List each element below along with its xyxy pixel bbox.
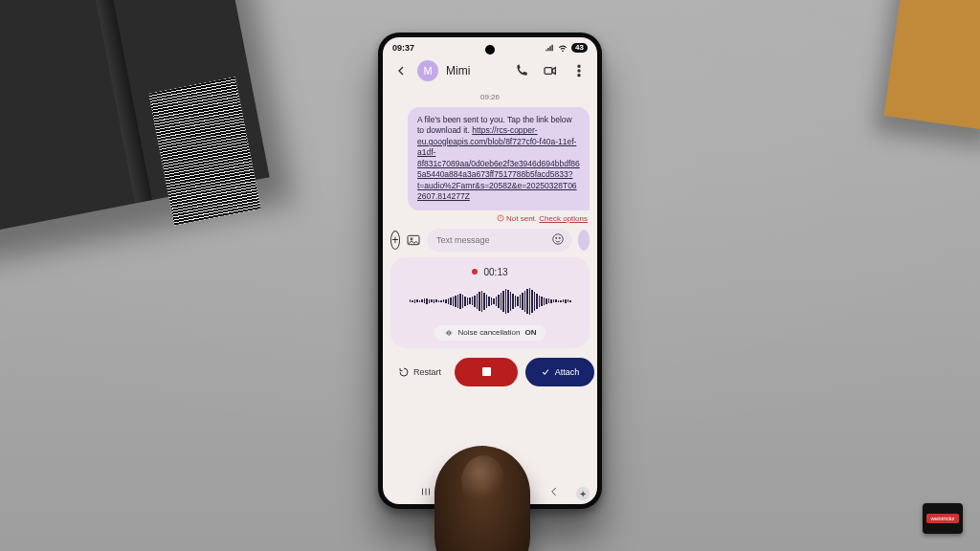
svg-point-8 — [556, 237, 557, 238]
restart-button[interactable]: Restart — [392, 361, 447, 384]
audio-waveform[interactable] — [396, 285, 584, 318]
phone-screen: 09:37 43 M Mimi — [383, 37, 597, 504]
video-watermark: webtrickz — [923, 503, 963, 534]
voice-record-button[interactable] — [578, 230, 590, 251]
recording-actions: Restart Attach — [383, 348, 597, 392]
back-nav-button[interactable] — [547, 485, 561, 500]
emoji-icon — [551, 232, 565, 246]
chevron-left-icon — [547, 485, 561, 498]
delivery-status[interactable]: Not sent. Check options — [390, 214, 588, 223]
svg-rect-0 — [545, 68, 552, 75]
wifi-icon — [558, 43, 568, 53]
svg-point-9 — [559, 237, 560, 238]
message-composer: + — [383, 229, 597, 257]
message-link[interactable]: https://rcs-copper-eu.googleapis.com/blo… — [417, 125, 580, 201]
image-icon — [406, 232, 421, 248]
recents-button[interactable] — [419, 485, 433, 500]
conversation-scroll[interactable]: 09:26 A file's been sent to you. Tap the… — [383, 93, 597, 223]
svg-point-1 — [578, 65, 580, 67]
arrow-left-icon — [393, 63, 409, 78]
sound-wave-icon — [578, 234, 590, 246]
stop-button[interactable] — [455, 358, 518, 386]
message-timestamp: 09:26 — [390, 93, 590, 101]
wooden-stand — [883, 0, 980, 132]
restart-icon — [398, 366, 410, 378]
video-icon — [543, 63, 558, 78]
battery-level: 43 — [571, 43, 588, 53]
svg-point-3 — [578, 75, 580, 77]
desk-scene: Galaxy S25 Ultra 09:37 43 — [0, 0, 980, 551]
status-time: 09:37 — [392, 43, 414, 53]
voice-call-button[interactable] — [513, 62, 530, 79]
record-indicator-icon — [472, 269, 478, 275]
emoji-button[interactable] — [551, 232, 565, 248]
product-box-label: Galaxy S25 Ultra — [0, 33, 9, 205]
stop-icon — [482, 367, 491, 376]
error-icon — [497, 214, 504, 222]
phone-icon — [514, 63, 529, 78]
recording-panel: 00:13 Noise cancellation ON — [390, 257, 590, 348]
conversation-header: M Mimi — [383, 58, 597, 89]
sent-message-bubble[interactable]: A file's been sent to you. Tap the link … — [408, 107, 590, 210]
camera-hole — [485, 45, 495, 55]
phone-frame: 09:37 43 M Mimi — [378, 33, 602, 509]
noise-cancellation-chip[interactable]: Noise cancellation ON — [434, 325, 546, 341]
text-input-pill[interactable] — [427, 229, 572, 252]
back-button[interactable] — [392, 62, 410, 79]
signal-icon — [545, 43, 554, 53]
contact-name[interactable]: Mimi — [446, 64, 505, 77]
check-icon — [541, 367, 550, 377]
message-input[interactable] — [434, 234, 546, 246]
sound-wave-icon — [444, 328, 454, 338]
overflow-menu-button[interactable] — [570, 62, 588, 79]
add-attachment-button[interactable]: + — [390, 231, 400, 250]
svg-point-7 — [553, 234, 564, 245]
svg-point-6 — [411, 237, 412, 239]
recents-icon — [419, 485, 433, 498]
gallery-button[interactable] — [406, 231, 421, 249]
user-thumb — [434, 446, 530, 551]
more-vertical-icon — [571, 63, 587, 78]
attach-button[interactable]: Attach — [525, 358, 594, 386]
svg-point-2 — [578, 70, 580, 72]
recording-timer: 00:13 — [396, 267, 584, 277]
video-call-button[interactable] — [542, 62, 559, 79]
check-options-link[interactable]: Check options — [539, 214, 588, 223]
accessibility-button[interactable]: ✦ — [576, 487, 590, 500]
contact-avatar[interactable]: M — [417, 60, 438, 81]
